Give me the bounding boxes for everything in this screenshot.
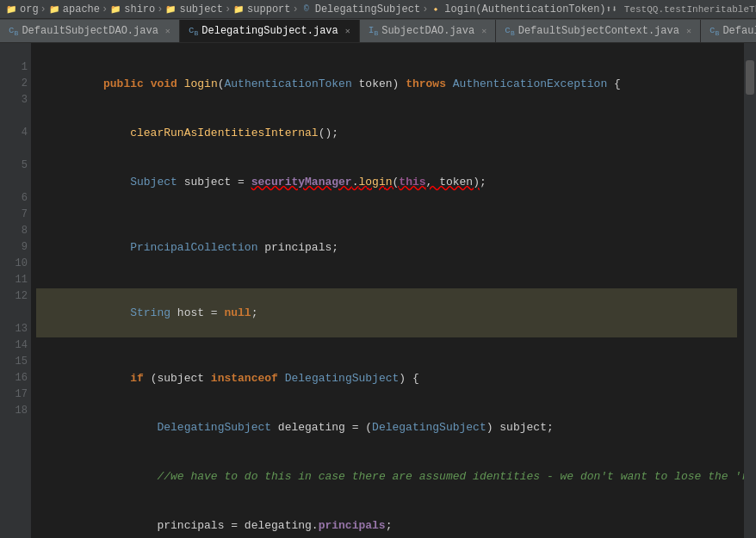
ln-12: 12 — [5, 288, 28, 305]
code-line-blank1 — [36, 43, 737, 59]
breadcrumb-method[interactable]: ⬥ login(AuthenticationToken) — [430, 3, 605, 15]
code-line-blank4 — [36, 337, 737, 354]
ln-18: 18 — [5, 403, 28, 419]
ln-14: 14 — [5, 337, 28, 354]
breadcrumb-org[interactable]: 📁 org — [5, 3, 39, 15]
tab-icon-3: IB — [369, 25, 378, 37]
breadcrumb-method-label: login(AuthenticationToken) — [444, 3, 605, 15]
scroll-thumb[interactable] — [746, 60, 754, 95]
tab-label-4: DefaultSubjectContext.java — [518, 25, 679, 37]
folder-icon: 📁 — [5, 3, 17, 15]
line-numbers: 1 2 3 4 5 6 7 8 9 10 11 12 13 14 15 16 1… — [0, 43, 31, 538]
code-line-6: if (subject instanceof DelegatingSubject… — [36, 354, 737, 403]
ln-5: 5 — [5, 158, 28, 174]
breadcrumb-sep-1: › — [40, 3, 46, 15]
ln-16: 16 — [5, 370, 28, 386]
tab-label-5: DefaultSubjectFactory.java — [722, 25, 756, 37]
code-line-5: String host = null; — [36, 288, 737, 337]
editor-container: 1 2 3 4 5 6 7 8 9 10 11 12 13 14 15 16 1… — [0, 43, 756, 538]
breadcrumb-subject[interactable]: 📁 subject — [164, 3, 222, 15]
ln-13: 13 — [5, 321, 28, 337]
breadcrumb-sep-6: › — [422, 3, 428, 15]
class-icon: © — [301, 3, 313, 15]
breadcrumb-subject-label: subject — [179, 3, 222, 15]
ln-blank2 — [5, 108, 28, 125]
tab-icon-2: cB — [189, 25, 198, 37]
test-label: TestQQ.testInheritableThre... — [624, 4, 756, 15]
tab-icon-1: cB — [9, 25, 18, 37]
code-line-2: clearRunAsIdentitiesInternal(); — [36, 108, 737, 158]
breadcrumb-delegating-subject[interactable]: © DelegatingSubject — [301, 3, 420, 15]
code-line-blank2 — [36, 207, 737, 223]
breadcrumb-sep-4: › — [225, 3, 231, 15]
close-tab-1[interactable]: ✕ — [165, 26, 170, 36]
tab-delegating-subject[interactable]: cB DelegatingSubject.java ✕ — [180, 20, 360, 42]
code-line-7: DelegatingSubject delegating = (Delegati… — [36, 403, 737, 452]
tab-subject-dao[interactable]: IB SubjectDAO.java ✕ — [360, 20, 496, 42]
ln-9: 9 — [5, 239, 28, 256]
code-line-3: Subject subject = securityManager.login(… — [36, 158, 737, 207]
tab-icon-5: cB — [710, 25, 719, 37]
close-tab-4[interactable]: ✕ — [686, 26, 691, 36]
close-tab-2[interactable]: ✕ — [345, 26, 350, 36]
code-line-4: PrincipalCollection principals; — [36, 223, 737, 272]
code-line-blank3 — [36, 272, 737, 288]
tab-label-1: DefaultSubjectDAO.java — [22, 25, 158, 37]
breadcrumb-sep-3: › — [157, 3, 163, 15]
folder-icon-5: 📁 — [232, 3, 245, 15]
breadcrumb-support-label: support — [247, 3, 290, 15]
ln-4: 4 — [5, 125, 28, 141]
ln-17: 17 — [5, 386, 28, 403]
breadcrumb-bar: 📁 org › 📁 apache › 📁 shiro › 📁 subject ›… — [0, 0, 756, 19]
breadcrumb-sep-2: › — [102, 3, 108, 15]
ln-1: 1 — [5, 59, 28, 76]
ln-blank3 — [5, 141, 28, 158]
ln-blank5 — [5, 305, 28, 321]
breadcrumb-apache-label: apache — [63, 3, 100, 15]
breadcrumb-class-label: DelegatingSubject — [315, 3, 420, 15]
ln-8: 8 — [5, 223, 28, 239]
folder-icon-4: 📁 — [164, 3, 177, 15]
ln-11: 11 — [5, 272, 28, 288]
folder-icon-3: 📁 — [109, 3, 121, 15]
code-line-1: public void login(AuthenticationToken to… — [36, 59, 737, 108]
close-tab-3[interactable]: ✕ — [481, 26, 486, 36]
scroll-indicator[interactable] — [744, 43, 756, 538]
tab-label-2: DelegatingSubject.java — [201, 25, 338, 37]
ln-7: 7 — [5, 207, 28, 223]
tab-label-3: SubjectDAO.java — [381, 25, 474, 37]
breadcrumb-right: ⬆⬇ TestQQ.testInheritableThre... — [606, 3, 756, 15]
folder-icon-2: 📁 — [48, 3, 60, 15]
ln-blank1 — [5, 43, 28, 59]
breadcrumb-support[interactable]: 📁 support — [232, 3, 290, 15]
breadcrumb-shiro-label: shiro — [124, 3, 155, 15]
ln-2: 2 — [5, 76, 28, 92]
tab-icon-4: cB — [505, 25, 514, 37]
ln-10: 10 — [5, 256, 28, 272]
ln-3: 3 — [5, 92, 28, 108]
breadcrumb-apache[interactable]: 📁 apache — [48, 3, 100, 15]
ln-15: 15 — [5, 354, 28, 370]
code-area[interactable]: public void login(AuthenticationToken to… — [31, 43, 744, 538]
breadcrumb-sep-5: › — [293, 3, 299, 15]
code-line-8: //we have to do this in case there are a… — [36, 452, 737, 501]
sort-icon: ⬆⬇ — [606, 3, 617, 15]
tab-bar: cB DefaultSubjectDAO.java ✕ cB Delegatin… — [0, 19, 756, 43]
ln-blank4 — [5, 174, 28, 190]
breadcrumb-shiro[interactable]: 📁 shiro — [109, 3, 155, 15]
method-icon: ⬥ — [430, 3, 442, 15]
breadcrumb-org-label: org — [20, 3, 39, 15]
tab-default-subject-factory[interactable]: cB DefaultSubjectFactory.java ✕ — [701, 20, 756, 42]
tab-default-subject-dao[interactable]: cB DefaultSubjectDAO.java ✕ — [0, 20, 180, 42]
code-line-9: principals = delegating.principals; — [36, 501, 737, 538]
ln-6: 6 — [5, 190, 28, 207]
tab-default-subject-context[interactable]: cB DefaultSubjectContext.java ✕ — [496, 20, 701, 42]
